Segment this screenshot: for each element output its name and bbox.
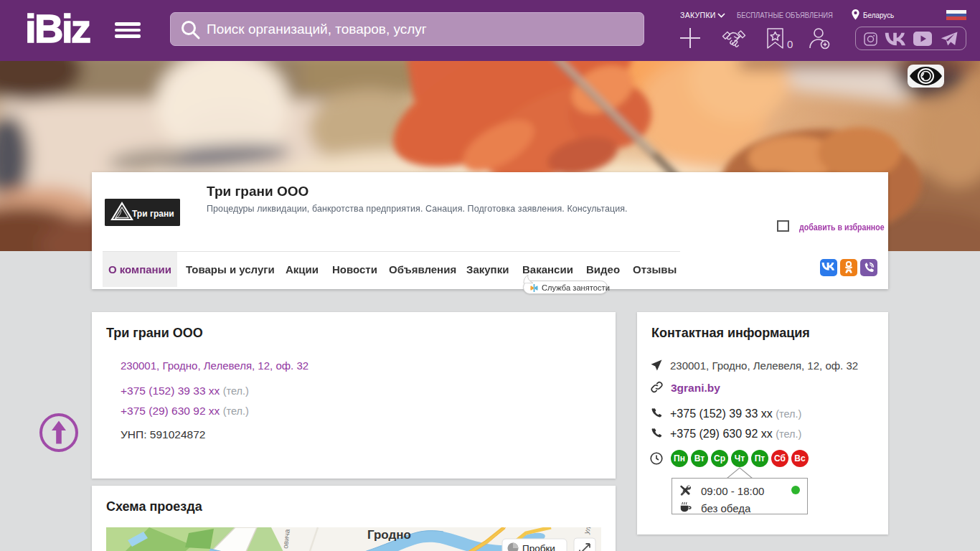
svg-text:Пробки: Пробки [522,543,555,551]
svg-text:Три грани: Три грани [132,209,174,219]
svg-text:Гродно: Гродно [367,528,411,542]
